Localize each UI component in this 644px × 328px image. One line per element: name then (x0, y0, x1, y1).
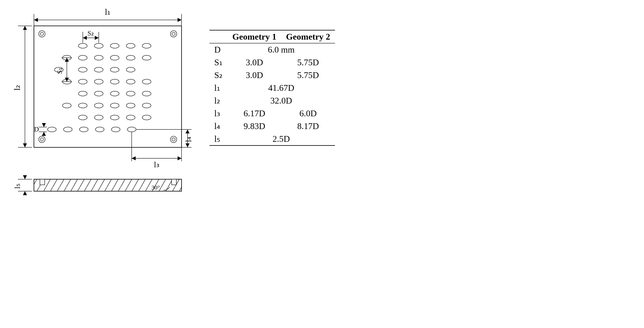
table-row: l₅ 2.5D (210, 133, 335, 146)
table-row: D 6.0 mm (210, 43, 335, 56)
label-D: D (34, 126, 39, 133)
svg-rect-78 (172, 179, 176, 185)
label-angle: 30° (152, 184, 160, 191)
table-header-g2: Geometry 2 (281, 30, 335, 43)
label-l3: l₃ (154, 160, 159, 169)
label-l5: l₅ (13, 184, 22, 189)
table-row: l₁ 41.67D (210, 81, 335, 94)
table-row: S₂ 3.0D 5.75D (210, 69, 335, 81)
table-header-param (210, 30, 228, 43)
geometry-table: Geometry 1 Geometry 2 D 6.0 mm S₁ 3.0D 5… (210, 30, 335, 146)
table-row: l₃ 6.17D 6.0D (210, 107, 335, 120)
label-l2: l₂ (12, 85, 22, 91)
engineering-drawing: l₁ l₂ (12, 8, 192, 196)
section-view: 30° (34, 179, 182, 191)
table-row: l₂ 32.0D (210, 94, 335, 107)
table-row: l₄ 9.83D 8.17D (210, 120, 335, 133)
label-S2: S₂ (88, 29, 94, 37)
table-header-g1: Geometry 1 (228, 30, 281, 43)
table-row: S₁ 3.0D 5.75D (210, 56, 335, 69)
label-l1: l₁ (105, 8, 111, 16)
label-S1: S₁ (56, 67, 63, 74)
label-l4: l₄ (184, 137, 192, 142)
svg-rect-77 (40, 179, 45, 185)
